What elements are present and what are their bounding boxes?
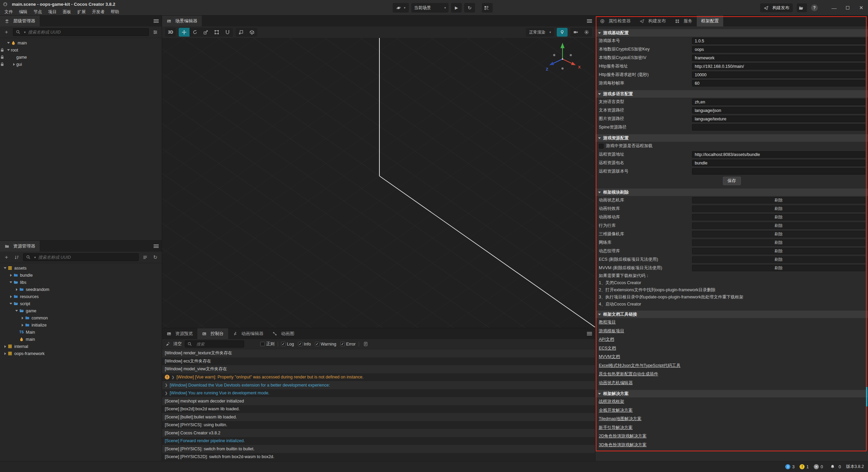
log-row[interactable]: [Scene] Cocos Creator v3.8.2 xyxy=(162,429,595,437)
menu-developer[interactable]: 开发者 xyxy=(89,9,108,15)
open-project-folder-button[interactable] xyxy=(797,3,807,12)
console-search[interactable] xyxy=(185,340,244,348)
expand-toggle[interactable] xyxy=(8,281,13,283)
maximize-button[interactable] xyxy=(843,3,852,13)
asset-node-resources[interactable]: resources xyxy=(0,293,162,300)
field-input[interactable] xyxy=(692,116,865,122)
asset-node-assets[interactable]: assets xyxy=(0,264,162,272)
menu-node[interactable]: 节点 xyxy=(31,9,45,15)
log-row[interactable]: [Scene] Forward render pipeline initiali… xyxy=(162,437,595,445)
hierarchy-search-input[interactable] xyxy=(27,29,146,35)
remove-module-button[interactable]: 剔除 xyxy=(692,248,865,254)
menu-panel[interactable]: 面板 xyxy=(60,9,74,15)
rotate-tool-button[interactable] xyxy=(190,28,200,37)
menu-file[interactable]: 文件 xyxy=(1,9,16,15)
field-input[interactable] xyxy=(692,80,865,86)
filter-log-checkbox[interactable]: ✓Log xyxy=(281,342,294,347)
doc-link[interactable]: 全栈开发解决方案 xyxy=(599,406,633,415)
section-header[interactable]: 游戏资源配置 xyxy=(595,134,868,142)
collapse-all-icon[interactable] xyxy=(141,254,149,261)
filter-warning-checkbox[interactable]: ✓Warning xyxy=(315,342,336,347)
doc-link[interactable]: MVVM文档 xyxy=(599,353,620,361)
add-node-button[interactable]: + xyxy=(3,28,10,36)
hierarchy-search[interactable]: ▾ xyxy=(13,28,149,36)
build-publish-button[interactable]: 构建发布 xyxy=(760,3,793,12)
hierarchy-node-main[interactable]: main xyxy=(0,39,162,46)
hierarchy-node-gui[interactable]: gui xyxy=(0,61,162,68)
assets-search[interactable]: ▾ xyxy=(23,253,139,261)
refresh-icon[interactable]: ↻ xyxy=(152,254,159,261)
regex-checkbox[interactable]: 正则 xyxy=(260,341,275,347)
field-input[interactable] xyxy=(692,46,865,53)
doc-link[interactable]: 游戏模板项目 xyxy=(599,327,624,336)
field-input[interactable] xyxy=(692,72,865,78)
asset-node-common[interactable]: common xyxy=(0,314,162,321)
asset-node-internal[interactable]: internal xyxy=(0,343,162,350)
expand-toggle[interactable] xyxy=(14,288,19,291)
remote-load-checkbox[interactable]: 游戏中资源是否远程加载 xyxy=(595,142,868,150)
asset-node-seedrandom[interactable]: seedrandom xyxy=(0,286,162,293)
field-input[interactable] xyxy=(692,38,865,44)
tab-console-3[interactable]: 动画图 xyxy=(268,328,299,339)
remove-module-button[interactable]: 剔除 xyxy=(692,231,865,237)
expand-toggle[interactable] xyxy=(6,42,11,44)
asset-node-game[interactable]: game xyxy=(0,307,162,314)
expand-toggle[interactable] xyxy=(8,303,13,304)
expand-toggle[interactable] xyxy=(14,310,19,312)
doc-link[interactable]: Excel格式转Json文件与TypeScript代码工具 xyxy=(599,361,680,370)
hierarchy-node-root[interactable]: root xyxy=(0,46,162,54)
menu-edit[interactable]: 编辑 xyxy=(16,9,31,15)
remove-module-button[interactable]: 剔除 xyxy=(692,256,865,263)
field-input[interactable] xyxy=(692,107,865,114)
scene-camera-button[interactable] xyxy=(570,28,581,37)
doc-link[interactable]: 新手引导解决方案 xyxy=(599,424,633,432)
console-search-input[interactable] xyxy=(196,341,242,347)
expand-toggle[interactable] xyxy=(6,49,11,51)
log-row[interactable]: [Scene] [bullet]:bullet wasm lib loaded. xyxy=(162,413,595,421)
expand-toggle[interactable] xyxy=(20,317,25,319)
doc-link[interactable]: API文档 xyxy=(599,335,614,344)
tab-scene-editor[interactable]: 场景编辑器 xyxy=(162,16,202,26)
panel-menu-icon[interactable] xyxy=(154,244,159,248)
close-button[interactable]: ✕ xyxy=(856,3,866,13)
tab-assets[interactable]: 资源管理器 xyxy=(0,241,40,252)
warning-counter[interactable]: ! 1 xyxy=(800,464,809,469)
move-tool-button[interactable] xyxy=(179,28,190,37)
play-button[interactable]: ▶ xyxy=(451,3,462,13)
doc-link[interactable]: 教程项目 xyxy=(599,318,616,327)
panel-menu-icon[interactable] xyxy=(587,332,592,335)
save-button[interactable]: 保存 xyxy=(723,177,741,185)
doc-link[interactable]: ECS文档 xyxy=(599,344,616,353)
preview-target-button[interactable]: ▾ xyxy=(393,3,409,13)
section-header[interactable]: 游戏多语言配置 xyxy=(595,90,868,98)
log-row[interactable]: [Scene] [PHYSICS]: switch from builtin t… xyxy=(162,445,595,453)
expand-toggle[interactable] xyxy=(20,324,25,327)
clear-console-button[interactable]: 清空 xyxy=(165,341,182,347)
expand-caret-icon[interactable]: ❯ xyxy=(165,383,167,387)
field-input[interactable] xyxy=(692,55,865,61)
tab-console-2[interactable]: 动画编辑器 xyxy=(228,328,268,339)
scene-light-button[interactable] xyxy=(557,28,568,37)
section-header[interactable]: 框架文档工具链接 xyxy=(595,311,868,318)
scale-tool-button[interactable] xyxy=(200,28,211,37)
expand-caret-icon[interactable]: ❯ xyxy=(165,391,167,395)
filter-info-checkbox[interactable]: ✓Info xyxy=(298,342,311,347)
rect-tool-button[interactable] xyxy=(211,28,222,37)
filter-error-checkbox[interactable]: ✓Error xyxy=(340,342,356,347)
gizmo-coordinate-button[interactable] xyxy=(246,28,257,37)
sort-assets-icon[interactable] xyxy=(13,254,20,261)
field-input[interactable] xyxy=(692,99,865,105)
doc-link[interactable]: Tiledmap地图解决方案 xyxy=(599,415,642,424)
ui-transform-tool-button[interactable] xyxy=(222,28,233,37)
doc-link[interactable]: 原生包热更新配置自动生成插件 xyxy=(599,370,658,379)
menu-project[interactable]: 项目 xyxy=(45,9,60,15)
expand-toggle[interactable] xyxy=(8,274,13,277)
asset-node-script[interactable]: script xyxy=(0,300,162,307)
log-row[interactable]: [Window] model_view文件夹存在 xyxy=(162,365,595,373)
log-row[interactable]: !❯[Window] [Vue warn]: Property "onInput… xyxy=(162,373,595,381)
expand-toggle[interactable] xyxy=(12,63,16,66)
expand-toggle[interactable] xyxy=(3,345,7,348)
asset-node-oops-framework[interactable]: oops-framework xyxy=(0,350,162,357)
add-asset-button[interactable]: + xyxy=(3,254,10,261)
doc-link[interactable]: 3D角色扮演游戏解决方案 xyxy=(599,441,647,450)
